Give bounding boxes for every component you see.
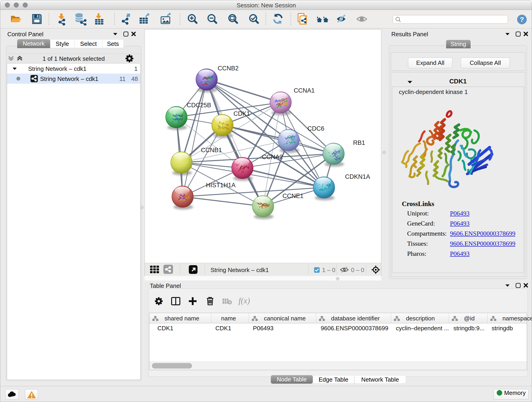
svg-text:CCNB2: CCNB2 bbox=[218, 65, 239, 72]
svg-text:CDC25B: CDC25B bbox=[187, 102, 211, 109]
svg-text:CCNA2: CCNA2 bbox=[262, 153, 283, 160]
svg-text:RB1: RB1 bbox=[353, 139, 365, 146]
svg-text:CDC6: CDC6 bbox=[307, 125, 324, 132]
svg-text:CCNB1: CCNB1 bbox=[201, 147, 222, 153]
svg-text:?: ? bbox=[520, 16, 524, 23]
svg-text:CCNA1: CCNA1 bbox=[294, 87, 315, 94]
svg-text:HIST1H1A: HIST1H1A bbox=[206, 182, 235, 189]
svg-text:CCNE1: CCNE1 bbox=[283, 192, 304, 199]
svg-text:CDKN1A: CDKN1A bbox=[345, 173, 370, 180]
svg-text:CDK1: CDK1 bbox=[234, 110, 250, 117]
